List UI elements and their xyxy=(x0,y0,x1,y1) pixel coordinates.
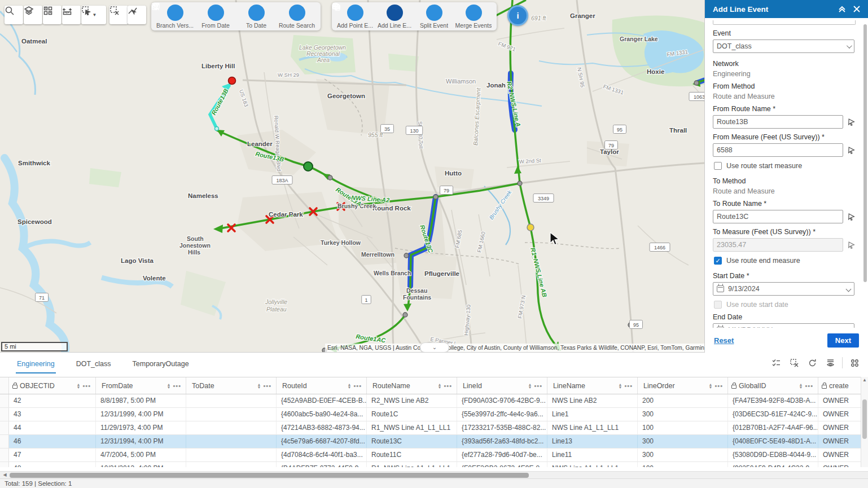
tool-add-point-e[interactable]: Add Point E... xyxy=(336,4,374,29)
table-cell[interactable]: {0408E0FC-5E49-48D1-A... xyxy=(728,435,818,448)
table-cell[interactable]: {98250A59-D4B4-4C32-9... xyxy=(728,462,818,467)
attribution-collapse-button[interactable]: ⌄ xyxy=(420,342,449,353)
reset-link[interactable]: Reset xyxy=(714,336,734,345)
use-route-start-measure-row[interactable]: Use route start measure xyxy=(714,162,856,170)
column-header-routename[interactable]: RouteName▲▼••• xyxy=(367,377,457,394)
tool-split-event[interactable]: Split Event xyxy=(415,4,453,29)
table-cell[interactable]: Line13 xyxy=(547,435,638,448)
sort-icon[interactable]: ▲▼ xyxy=(76,383,82,389)
table-cell[interactable] xyxy=(186,421,277,434)
select-route-button[interactable] xyxy=(128,6,146,24)
table-row[interactable]: 474/7/2004, 5:00 PM{4d7084c8-6cf4-40f1-b… xyxy=(0,449,868,462)
table-cell[interactable]: 4/7/2004, 5:00 PM xyxy=(96,449,186,461)
table-cell[interactable] xyxy=(186,462,277,467)
table-cell[interactable]: {53080D9D-ED8B-4044-9... xyxy=(728,449,818,461)
tool-branch-vers[interactable]: Branch Vers... xyxy=(156,4,194,29)
table-cell[interactable]: R1_NWS Line A1_L1_LL1 xyxy=(367,462,457,467)
show-selected-records-button[interactable] xyxy=(768,355,784,371)
row-gutter[interactable] xyxy=(0,449,9,461)
table-cell[interactable]: 46 xyxy=(9,435,96,448)
table-cell[interactable]: {03D6EC3D-61E7-424C-9... xyxy=(728,408,818,421)
tool-to-date[interactable]: To Date xyxy=(237,4,275,29)
sort-icon[interactable]: ▲▼ xyxy=(166,383,172,389)
table-cell[interactable]: {4d7084c8-6cf4-40f1-ba3... xyxy=(277,449,367,461)
use-route-start-measure-checkbox[interactable] xyxy=(714,162,722,170)
pick-from-route-icon[interactable] xyxy=(846,117,856,127)
table-cell[interactable]: 10/31/2013, 4:00 PM xyxy=(96,462,186,467)
table-row-selected[interactable]: 4612/31/1994, 4:00 PM{4c5e79a6-6687-4207… xyxy=(0,435,868,449)
sort-icon[interactable]: ▲▼ xyxy=(437,383,443,389)
table-cell[interactable]: {FD90A03C-9706-42BC-9... xyxy=(457,394,547,407)
table-cell[interactable]: Route13C xyxy=(367,435,457,448)
pick-to-measure-icon[interactable] xyxy=(846,240,856,250)
column-menu-icon[interactable]: ••• xyxy=(352,383,363,389)
table-cell[interactable] xyxy=(186,435,277,448)
column-header-objectid[interactable]: OBJECTID▲▼••• xyxy=(9,377,96,394)
table-cell[interactable] xyxy=(186,449,277,461)
next-button[interactable]: Next xyxy=(827,333,859,348)
use-route-end-measure-row[interactable]: ✓ Use route end measure xyxy=(714,257,856,265)
event-select[interactable]: DOT_class xyxy=(713,39,854,53)
end-date-picker[interactable]: MM/DD/YYYY xyxy=(713,323,854,328)
table-cell[interactable]: Route1C xyxy=(367,408,457,421)
table-cell[interactable]: {4c5e79a6-6687-4207-8fd... xyxy=(277,435,367,448)
tool-from-date[interactable]: From Date xyxy=(196,4,235,29)
close-panel-icon[interactable] xyxy=(851,3,862,15)
info-button[interactable]: i xyxy=(507,5,528,26)
tool-merge-events[interactable]: Merge Events xyxy=(455,4,492,29)
column-header-lineorder[interactable]: LineOrder▲▼••• xyxy=(638,377,728,394)
select-button[interactable]: ▼ xyxy=(81,6,106,24)
hscroll-thumb[interactable] xyxy=(10,473,529,478)
row-gutter[interactable] xyxy=(0,421,9,434)
column-menu-icon[interactable]: ••• xyxy=(81,383,92,389)
table-cell[interactable]: {4600abc5-ba90-4e24-8a... xyxy=(277,408,367,421)
table-cell[interactable]: {FA47E394-92F8-4D3B-A... xyxy=(728,394,818,407)
table-row[interactable]: 4810/31/2013, 4:00 PM{B4ADFB7F-0772-44F0… xyxy=(0,462,868,467)
table-row[interactable]: 4411/29/1973, 4:00 PM{47214AB3-6882-4873… xyxy=(0,421,868,435)
scroll-left-icon[interactable]: ◀ xyxy=(1,472,8,478)
clear-selection-button[interactable] xyxy=(786,355,802,371)
from-route-input[interactable]: Route13B xyxy=(713,115,843,129)
use-route-end-measure-checkbox[interactable]: ✓ xyxy=(714,257,722,265)
row-gutter[interactable] xyxy=(0,408,9,421)
column-menu-icon[interactable]: ••• xyxy=(713,383,724,389)
tool-route-search[interactable]: Route Search xyxy=(278,4,316,29)
column-menu-icon[interactable]: ••• xyxy=(804,383,814,389)
sort-icon[interactable]: ▲▼ xyxy=(798,383,804,389)
tab-temporaryoutage[interactable]: TemporaryOutage xyxy=(131,355,190,373)
row-gutter[interactable] xyxy=(0,435,9,448)
pick-from-measure-icon[interactable] xyxy=(846,145,856,155)
table-cell[interactable]: {17233217-535B-488C-82... xyxy=(457,421,547,434)
column-header-linename[interactable]: LineName▲▼••• xyxy=(547,377,638,394)
table-cell[interactable]: R2_NWS Line AB2 xyxy=(367,394,457,407)
table-cell[interactable]: 100 xyxy=(638,462,728,467)
map-view[interactable]: OatmealLiberty HillSmithwickNamelessSpic… xyxy=(0,0,704,353)
sort-icon[interactable]: ▲▼ xyxy=(347,383,353,389)
basemap-button[interactable] xyxy=(43,6,62,24)
table-cell[interactable]: 200 xyxy=(638,394,728,407)
layers-button[interactable] xyxy=(24,6,42,24)
column-menu-icon[interactable]: ••• xyxy=(172,383,182,389)
table-cell[interactable]: {55e3997d-2ffc-4e4c-9a6... xyxy=(457,408,547,421)
toggle-field-visibility-button[interactable] xyxy=(822,355,838,371)
column-header-fromdate[interactable]: FromDate▲▼••• xyxy=(96,377,186,394)
table-cell[interactable]: {393ad56f-2a63-48fd-bc2... xyxy=(457,435,547,448)
table-cell[interactable]: 300 xyxy=(638,408,728,421)
table-cell[interactable]: 44 xyxy=(9,421,96,434)
table-cell[interactable]: {B4ADFB7F-0772-44F0-9... xyxy=(277,462,367,467)
table-cell[interactable]: 43 xyxy=(9,408,96,421)
table-row[interactable]: 4312/31/1999, 4:00 PM{4600abc5-ba90-4e24… xyxy=(0,408,868,421)
sort-icon[interactable]: ▲▼ xyxy=(708,383,714,389)
table-cell[interactable]: {452A9ABD-E0EF-4CEB-B... xyxy=(277,394,367,407)
table-cell[interactable]: 48 xyxy=(9,462,96,467)
to-route-input[interactable]: Route13C xyxy=(713,210,843,223)
table-cell[interactable]: NWS Line A1_L1_LL1 xyxy=(547,462,638,467)
column-menu-icon[interactable]: ••• xyxy=(533,383,543,389)
start-date-picker[interactable]: 9/13/2024 xyxy=(713,282,854,296)
table-cell[interactable]: Line1 xyxy=(547,408,638,421)
panel-scrollbar[interactable] xyxy=(863,24,867,282)
column-menu-icon[interactable]: ••• xyxy=(623,383,634,389)
sort-icon[interactable]: ▲▼ xyxy=(617,383,624,389)
column-header-globalid[interactable]: GlobalID▲▼••• xyxy=(728,377,818,394)
tab-engineering[interactable]: Engineering xyxy=(16,355,56,373)
